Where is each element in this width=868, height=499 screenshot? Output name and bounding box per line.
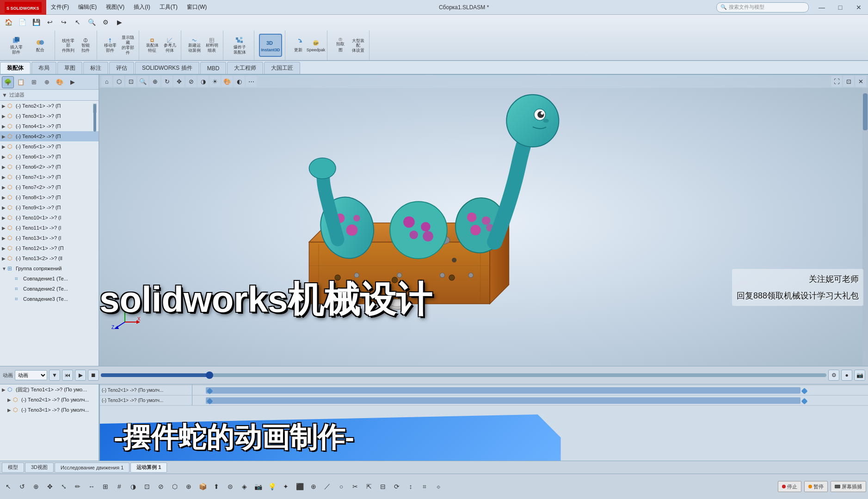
anim-settings-btn[interactable]: ⚙ xyxy=(828,370,839,381)
close-button[interactable]: ✕ xyxy=(850,0,868,14)
tree-item-12[interactable]: ▶ ⬡ (-) Тело11<1> ->? (l xyxy=(0,223,98,233)
bt-more-1[interactable]: ⊡ xyxy=(141,480,154,493)
sidebar-property-btn[interactable]: 📋 xyxy=(15,76,27,88)
tab-annotation[interactable]: 标注 xyxy=(83,62,108,74)
main-scrollbar[interactable] xyxy=(862,75,868,366)
large-assembly-button[interactable]: 大型装配体设置 xyxy=(350,37,366,54)
bt-display[interactable]: ◑ xyxy=(127,480,140,493)
anim-play-btn[interactable]: ▶ xyxy=(75,370,86,381)
linear-pattern-button[interactable]: 线性零部件阵列 xyxy=(60,37,76,54)
tree-item-mate-2[interactable]: ⌗ Совпадение2 (Те... xyxy=(0,284,98,294)
tab-assembly[interactable]: 装配体 xyxy=(0,62,31,74)
qat-save[interactable]: 💾 xyxy=(30,16,43,29)
viewport[interactable]: ⌂ ⬡ ⊡ 🔍 ⊕ ↻ ✥ ⊘ ◑ ☀ 🎨 ◐ ⋯ ⛶ ⊡ ✕ xyxy=(99,75,868,366)
bt-feature[interactable]: ⬡ xyxy=(168,480,181,493)
section-view-btn[interactable]: ⊘ xyxy=(185,76,197,87)
minimize-button[interactable]: — xyxy=(813,0,831,14)
qat-undo[interactable]: ↩ xyxy=(43,16,56,29)
tree-item-mate-1[interactable]: ⌗ Совпадение1 (Те... xyxy=(0,274,98,284)
status-tab-model[interactable]: 模型 xyxy=(2,462,24,473)
pause-button[interactable]: 暂停 xyxy=(804,481,828,492)
qat-open[interactable]: 📄 xyxy=(16,16,29,29)
tree-item-mate-3[interactable]: ⌗ Совпадение3 (Те... xyxy=(0,294,98,304)
tab-sw-plugins[interactable]: SOLIDWORKS 插件 xyxy=(135,62,199,74)
bt-pan[interactable]: ✥ xyxy=(43,480,56,493)
track-bar[interactable] xyxy=(206,387,800,394)
qat-zoom[interactable]: 🔍 xyxy=(85,16,98,29)
update-button[interactable]: 更新 xyxy=(290,37,307,54)
tree-item-4[interactable]: ▶ ⬡ (-) Тело5<1> ->? (П xyxy=(0,141,98,152)
bt-circle[interactable]: ○ xyxy=(335,480,348,493)
stop-button[interactable]: 停止 xyxy=(778,481,801,492)
anim-stop-btn[interactable]: ⏹ xyxy=(88,370,99,381)
anim-type-select[interactable]: 动画 基本运动 运动分析 xyxy=(15,370,47,380)
anim-camera-btn[interactable]: 📷 xyxy=(854,370,865,381)
bt-rotate[interactable]: ↺ xyxy=(16,480,29,493)
speedpak-button[interactable]: SP Speedpak xyxy=(308,37,324,54)
bt-trim[interactable]: ✂ xyxy=(349,480,362,493)
tree-item-7[interactable]: ▶ ⬡ (-) Тело7<1> ->? (П xyxy=(0,172,98,182)
zoom-in-btn[interactable]: ⊕ xyxy=(149,76,160,87)
bt-camera[interactable]: 📷 xyxy=(252,480,265,493)
mate-button[interactable]: 配合 xyxy=(29,34,52,57)
photoview-button[interactable]: 拍取图 xyxy=(332,37,349,54)
bt-add-rel[interactable]: ⌗ xyxy=(418,480,431,493)
status-tab-motion-example[interactable]: 运动算例 1 xyxy=(130,462,167,473)
tree-item-14[interactable]: ▶ ⬡ (-) Тело12<1> ->? (П xyxy=(0,243,98,253)
bt-plane[interactable]: ⬛ xyxy=(293,480,306,493)
explode-button[interactable]: 爆炸子装配体 xyxy=(228,34,251,57)
main-scrollbar-thumb[interactable] xyxy=(863,93,868,130)
menu-view[interactable]: 视图(V) xyxy=(101,0,129,14)
bt-reference[interactable]: ⊜ xyxy=(224,480,237,493)
tree-item-8[interactable]: ▶ ⬡ (-) Тело7<2> ->? (П xyxy=(0,182,98,192)
bt-convert[interactable]: ⟳ xyxy=(390,480,403,493)
close-view-btn[interactable]: ✕ xyxy=(855,76,866,87)
anim-filter-btn[interactable]: ▼ xyxy=(49,370,60,381)
bt-snap[interactable]: ⊞ xyxy=(99,480,112,493)
tab-evaluate[interactable]: 评估 xyxy=(109,62,134,74)
track-bar[interactable] xyxy=(206,397,800,404)
tree-item-mates[interactable]: ▼ ⊞ Группа сопряжений xyxy=(0,263,98,274)
qat-select[interactable]: ↖ xyxy=(71,16,84,29)
bt-param[interactable]: ⟐ xyxy=(432,480,445,493)
pan-btn[interactable]: ✥ xyxy=(173,76,185,87)
zoom-area-btn[interactable]: 🔍 xyxy=(137,76,148,87)
home-view-btn[interactable]: ⌂ xyxy=(101,76,112,87)
tree-item-11[interactable]: ▶ ⬡ (-) Тело10<1> ->? (l xyxy=(0,213,98,223)
tree-item-13[interactable]: ▶ ⬡ (-) Тело13<1> ->? (l xyxy=(0,233,98,243)
view-orientation-btn[interactable]: ⬡ xyxy=(113,76,124,87)
tree-item-6[interactable]: ▶ ⬡ (-) Тело6<2> ->? (П xyxy=(0,162,98,172)
tree-item-1[interactable]: ▶ ⬡ (-) Тело3<1> ->? (П xyxy=(0,111,98,121)
bt-arrow[interactable]: ⬆ xyxy=(210,480,223,493)
bt-section[interactable]: ⊘ xyxy=(154,480,167,493)
anim-record-btn[interactable]: ● xyxy=(841,370,852,381)
tab-mbd[interactable]: MBD xyxy=(200,62,227,74)
menu-insert[interactable]: 插入(I) xyxy=(129,0,154,14)
sidebar-layers-btn[interactable]: ⊞ xyxy=(28,76,40,88)
status-tab-motion-study[interactable]: Исследование движения 1 xyxy=(55,462,129,473)
bt-select[interactable]: ↖ xyxy=(2,480,15,493)
bt-line[interactable]: ／ xyxy=(321,480,334,493)
tree-item-0[interactable]: ▶ ⬡ (-) Тело2<1> ->? (П xyxy=(0,101,98,111)
scene-btn[interactable]: ☀ xyxy=(209,76,221,87)
bt-component[interactable]: 📦 xyxy=(196,480,209,493)
bom-button[interactable]: 材料明细表 xyxy=(203,37,220,54)
tab-engineer[interactable]: 大工程师 xyxy=(227,62,263,74)
tree-item-15[interactable]: ▶ ⬡ (-) Тело13<2> ->? (ll xyxy=(0,253,98,263)
bt-more-3[interactable]: ✦ xyxy=(279,480,292,493)
qat-more[interactable]: ▶ xyxy=(113,16,126,29)
tab-sketch[interactable]: 草图 xyxy=(57,62,82,74)
tree-bottom-item-1[interactable]: ▶ ⬡ (-) Тело2<1> ->? (По умолч... xyxy=(0,395,98,405)
tab-craftsman[interactable]: 大国工匠 xyxy=(264,62,300,74)
fullscreen-btn[interactable]: ⛶ xyxy=(831,76,842,87)
anim-rewind-btn[interactable]: ⏮ xyxy=(62,370,73,381)
tree-item-5[interactable]: ▶ ⬡ (-) Тело6<1> ->? (П xyxy=(0,152,98,162)
menu-edit[interactable]: 编辑(E) xyxy=(74,0,101,14)
track-content[interactable] xyxy=(192,396,868,405)
bt-light[interactable]: 💡 xyxy=(265,480,278,493)
sidebar-expand-btn[interactable]: ▶ xyxy=(67,76,79,88)
rotate-btn[interactable]: ↻ xyxy=(161,76,172,87)
anim-scrubber[interactable] xyxy=(206,371,213,379)
anim-progress-bar[interactable] xyxy=(101,373,826,377)
move-component-button[interactable]: 移动零部件 xyxy=(102,37,118,54)
